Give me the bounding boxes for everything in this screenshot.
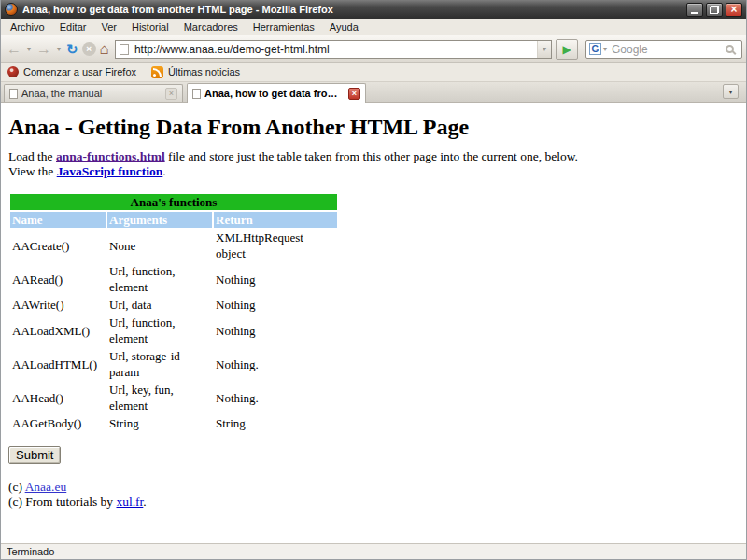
menu-archivo[interactable]: Archivo xyxy=(3,20,52,35)
back-button[interactable]: ← xyxy=(5,38,23,61)
firefox-icon[interactable] xyxy=(5,3,18,16)
table-row: AACreate() None XMLHttpRequest object xyxy=(10,230,337,261)
chevron-down-icon: ▾ xyxy=(541,45,548,53)
back-history-dropdown[interactable]: ▾ xyxy=(23,38,35,61)
tab-close-icon[interactable]: × xyxy=(165,88,177,100)
page-content: Anaa - Getting Data From Another HTML Pa… xyxy=(1,103,746,543)
reload-icon: ↻ xyxy=(66,42,78,56)
menu-historial[interactable]: Historial xyxy=(124,20,176,35)
table-cell: AAGetBody() xyxy=(10,415,106,431)
table-cell: AACreate() xyxy=(10,230,106,261)
search-icon[interactable] xyxy=(726,45,734,53)
anna-functions-link[interactable]: anna-functions.html xyxy=(56,149,165,163)
intro-text: file and store just the table taken from… xyxy=(165,149,578,163)
navigation-toolbar: ← ▾ → ▾ ↻ × ⌂ ▾ ▶ G ▾ xyxy=(1,36,746,63)
table-cell: Nothing. xyxy=(214,382,337,413)
back-icon: ← xyxy=(7,42,21,57)
table-cell: String xyxy=(107,415,212,431)
copyright-line-1: (c) Anaa.eu xyxy=(8,480,739,495)
restore-button[interactable] xyxy=(706,3,723,17)
forward-history-dropdown[interactable]: ▾ xyxy=(53,38,64,61)
stop-icon: × xyxy=(82,42,96,56)
home-icon: ⌂ xyxy=(100,41,109,57)
tab-favicon xyxy=(9,89,18,99)
menu-ver[interactable]: Ver xyxy=(93,20,124,35)
table-row: AALoadHTML() Url, storage-id param Nothi… xyxy=(10,348,337,380)
url-history-dropdown[interactable]: ▾ xyxy=(537,41,551,58)
table-cell: AALoadHTML() xyxy=(10,348,106,380)
firefox-start-icon xyxy=(7,66,19,77)
intro-text: Load the xyxy=(8,149,56,163)
page-title: Anaa - Getting Data From Another HTML Pa… xyxy=(8,115,739,140)
table-cell: AARead() xyxy=(10,263,106,295)
table-cell: Nothing. xyxy=(214,348,337,380)
bookmark-getting-started[interactable]: Comenzar a usar Firefox xyxy=(7,66,136,77)
reload-button[interactable]: ↻ xyxy=(64,38,80,61)
submit-button[interactable]: Submit xyxy=(8,446,61,464)
stop-button[interactable]: × xyxy=(80,38,98,61)
table-row: AAHead() Url, key, fun, element Nothing. xyxy=(10,382,337,413)
copyright-line-2: (c) From tutorials by xul.fr. xyxy=(8,495,739,510)
go-button[interactable]: ▶ xyxy=(556,39,578,60)
browser-window: Anaa, how to get data from another HTML … xyxy=(0,0,747,560)
submit-row: Submit xyxy=(8,446,739,464)
table-cell: Url, data xyxy=(107,297,212,313)
copyright-text: . xyxy=(143,495,146,509)
tab-list-dropdown[interactable]: ▾ xyxy=(723,84,739,99)
menubar: Archivo Editar Ver Historial Marcadores … xyxy=(1,19,746,36)
table-cell: Url, function, element xyxy=(107,315,212,346)
bookmarks-toolbar: Comenzar a usar Firefox Últimas noticias xyxy=(1,63,746,82)
google-icon: G xyxy=(589,43,601,55)
functions-table: Anaa's functions Name Arguments Return A… xyxy=(8,192,339,433)
table-cell: Nothing xyxy=(214,263,337,295)
table-row: AAWrite() Url, data Nothing xyxy=(10,297,337,313)
bookmark-label: Últimas noticias xyxy=(168,66,240,77)
minimize-button[interactable] xyxy=(686,3,703,17)
home-button[interactable]: ⌂ xyxy=(98,38,111,61)
table-cell: String xyxy=(214,415,337,431)
window-title: Anaa, how to get data from another HTML … xyxy=(22,4,682,15)
bookmark-latest-news[interactable]: Últimas noticias xyxy=(151,66,240,78)
table-caption: Anaa's functions xyxy=(10,194,337,210)
window-controls: × xyxy=(686,3,742,17)
menu-marcadores[interactable]: Marcadores xyxy=(176,20,246,35)
tab-anaa-manual[interactable]: Anaa, the manual × xyxy=(4,84,183,102)
table-cell: Url, storage-id param xyxy=(107,348,212,380)
table-cell: AAHead() xyxy=(10,382,106,413)
chevron-down-icon: ▾ xyxy=(55,45,63,53)
menu-herramientas[interactable]: Herramientas xyxy=(246,20,322,35)
table-row: AALoadXML() Url, function, element Nothi… xyxy=(10,315,337,346)
url-input[interactable] xyxy=(133,42,537,57)
table-cell: Nothing xyxy=(214,297,337,313)
tab-label: Anaa, the manual xyxy=(21,88,162,99)
intro-text: View the xyxy=(8,164,57,178)
tab-label: Anaa, how to get data from anot... xyxy=(204,88,345,99)
intro-line-2: View the JavaScript function. xyxy=(8,164,739,179)
table-cell: Url, key, fun, element xyxy=(107,382,212,413)
status-bar: Terminado xyxy=(1,543,746,559)
tab-anaa-get-data[interactable]: Anaa, how to get data from anot... × xyxy=(187,83,366,103)
tab-bar: Anaa, the manual × Anaa, how to get data… xyxy=(1,82,746,103)
table-header-return: Return xyxy=(214,212,337,228)
table-cell: Nothing xyxy=(214,315,337,346)
search-input[interactable] xyxy=(609,42,726,57)
chevron-down-icon: ▾ xyxy=(25,45,33,53)
forward-button[interactable]: → xyxy=(35,38,53,61)
table-cell: None xyxy=(107,230,212,261)
status-text: Terminado xyxy=(7,546,54,557)
rss-icon xyxy=(151,66,163,78)
close-button[interactable]: × xyxy=(726,3,742,17)
tab-close-icon[interactable]: × xyxy=(348,88,360,100)
menu-ayuda[interactable]: Ayuda xyxy=(322,20,366,35)
menu-editar[interactable]: Editar xyxy=(52,20,94,35)
restore-icon xyxy=(710,6,719,14)
search-engine-dropdown[interactable]: ▾ xyxy=(601,45,609,53)
xul-fr-link[interactable]: xul.fr xyxy=(116,495,143,509)
go-icon: ▶ xyxy=(562,44,571,55)
anaa-eu-link[interactable]: Anaa.eu xyxy=(25,480,67,494)
javascript-function-link[interactable]: JavaScript function xyxy=(57,164,163,178)
bookmark-label: Comenzar a usar Firefox xyxy=(23,66,136,77)
tab-favicon xyxy=(192,89,201,99)
minimize-icon xyxy=(691,12,698,14)
close-icon: × xyxy=(730,4,737,15)
